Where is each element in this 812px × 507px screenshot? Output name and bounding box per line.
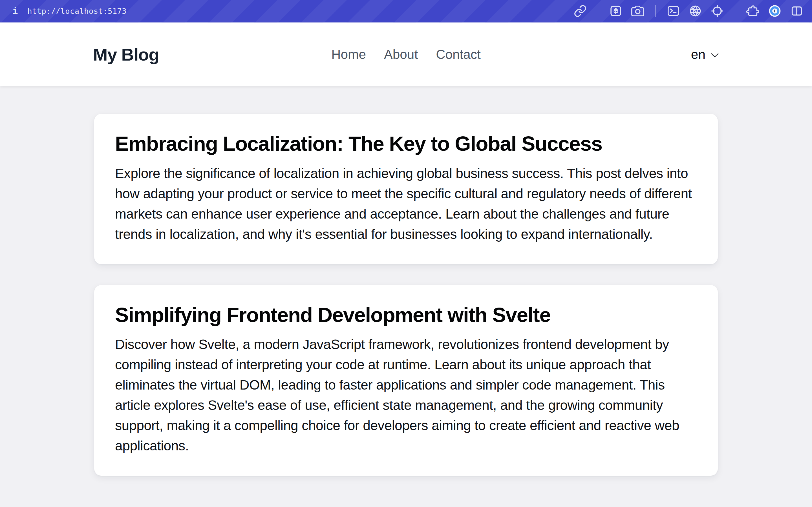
post-card: Simplifying Frontend Development with Sv…: [94, 285, 718, 476]
crosshair-icon[interactable]: [711, 4, 724, 18]
post-excerpt: Explore the significance of localization…: [115, 163, 697, 244]
posts-list: Embracing Localization: The Key to Globa…: [0, 86, 812, 476]
post-title: Embracing Localization: The Key to Globa…: [115, 131, 697, 156]
split-view-icon[interactable]: [790, 4, 804, 18]
main-nav: Home About Contact: [331, 47, 480, 62]
toolbar-icon-group: [573, 4, 804, 18]
globe-icon[interactable]: [689, 4, 702, 18]
post-excerpt: Discover how Svelte, a modern JavaScript…: [115, 334, 697, 456]
nav-item-home[interactable]: Home: [331, 47, 366, 62]
post-title: Simplifying Frontend Development with Sv…: [115, 302, 697, 327]
puzzle-icon[interactable]: [746, 4, 760, 18]
site-title: My Blog: [93, 45, 331, 64]
site-header: My Blog Home About Contact en: [0, 22, 812, 86]
language-selected-label: en: [691, 47, 705, 62]
info-icon: i: [12, 6, 18, 16]
nav-item-contact[interactable]: Contact: [436, 47, 481, 62]
onepassword-icon[interactable]: [768, 4, 781, 18]
flower-photo-icon[interactable]: [609, 4, 622, 18]
toolbar-separator: [735, 5, 735, 17]
toolbar-separator: [655, 5, 656, 17]
url-text[interactable]: http://localhost:5173: [28, 7, 126, 15]
browser-toolbar: i http://localhost:5173: [0, 0, 812, 22]
nav-item-about[interactable]: About: [384, 47, 418, 62]
language-selector[interactable]: en: [691, 47, 719, 62]
link-icon[interactable]: [573, 4, 587, 18]
camera-icon[interactable]: [631, 4, 645, 18]
terminal-icon[interactable]: [666, 4, 680, 18]
toolbar-separator: [598, 5, 598, 17]
post-card: Embracing Localization: The Key to Globa…: [94, 114, 718, 264]
chevron-down-icon: [711, 53, 719, 58]
